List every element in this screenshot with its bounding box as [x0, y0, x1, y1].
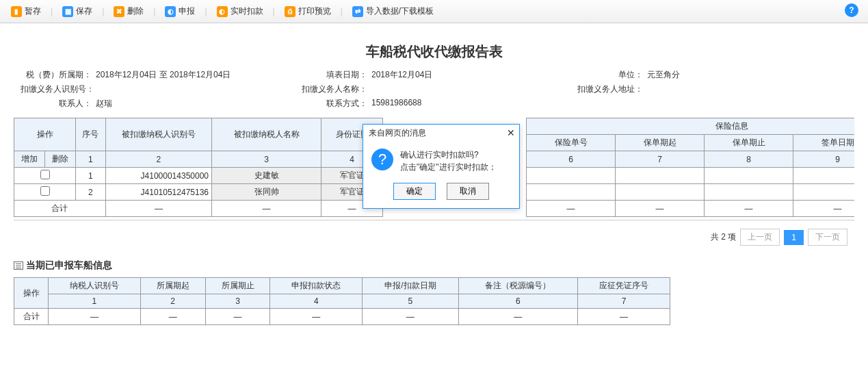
cell[interactable]	[616, 184, 705, 201]
col2-period-end: 所属期止	[205, 278, 270, 294]
sum-label: 合计	[14, 309, 49, 325]
col2-taxpayer-id: 纳税人识别号	[49, 278, 141, 294]
period-value: 2018年12月04日 至 2018年12月04日	[96, 69, 231, 81]
colnum: 4	[270, 294, 363, 309]
cell-taxpayer-id[interactable]: J41000014350000	[105, 168, 211, 184]
colnum: 1	[49, 294, 141, 309]
print-icon: ⎙	[285, 6, 295, 17]
sum-cell: —	[578, 309, 670, 325]
cell[interactable]	[793, 168, 855, 184]
sum-cell: —	[458, 309, 578, 325]
declare-icon: ◐	[165, 6, 176, 17]
colnum: 1	[76, 151, 106, 168]
col2-voucher: 应征凭证序号	[578, 278, 670, 294]
help-icon[interactable]: ?	[845, 3, 858, 17]
cell[interactable]	[705, 184, 793, 201]
save-draft-button[interactable]: ▮暂存	[7, 4, 45, 18]
delete-button[interactable]: ✖删除	[109, 4, 148, 18]
col2-remark: 备注（税源编号）	[458, 278, 578, 294]
deduct-button[interactable]: ◐实时扣款	[213, 4, 267, 18]
ok-button[interactable]: 确定	[393, 183, 436, 200]
sum-cell: —	[527, 201, 616, 217]
cell-seq: 1	[76, 168, 106, 184]
dialog-line1: 确认进行实时扣款吗?	[400, 149, 497, 161]
contact-way-label: 联系方式：	[296, 98, 371, 110]
colnum: 6	[527, 151, 616, 168]
col-policy-start: 保单期起	[616, 135, 705, 151]
next-page-button[interactable]: 下一页	[808, 229, 847, 246]
col2-op: 操作	[14, 278, 49, 309]
page-title: 车船税代收代缴报告表	[14, 30, 854, 68]
col-taxpayer-name: 被扣缴纳税人名称	[212, 118, 321, 151]
sum-cell: —	[212, 201, 321, 217]
colnum: 2	[105, 151, 211, 168]
cell[interactable]	[527, 184, 616, 201]
toolbar: ▮暂存 | ▦保存 | ✖删除 | ◐申报 | ◐实时扣款 | ⎙打印预览 | …	[0, 0, 868, 23]
dialog-title: 来自网页的消息	[363, 125, 519, 142]
close-icon[interactable]: ✕	[507, 127, 515, 138]
row-checkbox[interactable]	[40, 170, 50, 179]
sum-cell: —	[49, 309, 141, 325]
col-op: 操作	[14, 118, 76, 151]
import-button[interactable]: ⇄导入数据/下载模板	[348, 4, 438, 18]
unit-label: 单位：	[572, 69, 647, 81]
cell-taxpayer-id[interactable]: J41010512475136	[105, 184, 211, 201]
declared-grid: 操作 纳税人识别号 所属期起 所属期止 申报扣款状态 申报/扣款日期 备注（税源…	[14, 277, 670, 325]
col-seq: 序号	[76, 118, 106, 151]
colnum: 6	[458, 294, 578, 309]
col-sign-date: 签单日期	[793, 135, 855, 151]
import-icon: ⇄	[352, 6, 363, 17]
cancel-button[interactable]: 取消	[447, 183, 489, 200]
list-icon	[14, 261, 23, 270]
prev-page-button[interactable]: 上一页	[740, 229, 780, 246]
colnum: 2	[140, 294, 205, 309]
withholder-id-label: 扣缴义务人识别号：	[21, 84, 98, 95]
filldate-label: 填表日期：	[296, 69, 371, 81]
contact-way-value: 15981986688	[371, 98, 421, 110]
colnum: 5	[363, 294, 458, 309]
unit-value: 元至角分	[647, 69, 680, 81]
sum-cell: —	[616, 201, 705, 217]
col-insurance-group: 保险信息	[527, 118, 855, 135]
colnum: 3	[205, 294, 270, 309]
filldate-value: 2018年12月04日	[371, 69, 432, 81]
declare-button[interactable]: ◐申报	[161, 4, 199, 18]
dialog-line2: 点击"确定"进行实时扣款；	[400, 161, 497, 173]
sum-row: 合计 — — — — — — —	[14, 309, 670, 325]
sum-cell: —	[140, 309, 205, 325]
col-policy-no: 保险单号	[527, 135, 616, 151]
cell[interactable]	[616, 168, 705, 184]
col-taxpayer-id: 被扣缴纳税人识别号	[105, 118, 211, 151]
row-checkbox[interactable]	[40, 186, 50, 196]
question-icon: ?	[371, 149, 393, 170]
sum-label: 合计	[14, 201, 106, 217]
period-label: 税（费）所属期：	[21, 69, 96, 81]
cell-taxpayer-name[interactable]: 史建敏	[212, 168, 321, 184]
del-button[interactable]: 删除	[45, 151, 76, 168]
save-icon: ▦	[62, 6, 73, 17]
confirm-dialog: 来自网页的消息 ✕ ? 确认进行实时扣款吗? 点击"确定"进行实时扣款； 确定 …	[363, 124, 520, 209]
col-policy-end: 保单期止	[705, 135, 793, 151]
cell-taxpayer-name[interactable]: 张同帅	[212, 184, 321, 201]
sum-cell: —	[205, 309, 270, 325]
deduct-icon: ◐	[217, 6, 228, 17]
contact-value: 赵瑞	[96, 98, 112, 110]
colnum: 7	[578, 294, 670, 309]
contact-label: 联系人：	[21, 98, 96, 110]
withholder-name-label: 扣缴义务人名称：	[296, 84, 371, 95]
save-button[interactable]: ▦保存	[58, 4, 96, 18]
cell-seq: 2	[76, 184, 106, 201]
add-button[interactable]: 增加	[14, 151, 45, 168]
cell[interactable]	[705, 168, 793, 184]
print-button[interactable]: ⎙打印预览	[280, 4, 335, 18]
cell[interactable]	[793, 184, 855, 201]
page-number[interactable]: 1	[784, 230, 804, 245]
colnum: 9	[793, 151, 855, 168]
col2-date: 申报/扣款日期	[363, 278, 458, 294]
sum-cell: —	[793, 201, 855, 217]
sub-title: 当期已申报车船信息	[14, 254, 854, 277]
cell[interactable]	[527, 168, 616, 184]
sum-cell: —	[270, 309, 363, 325]
sum-cell: —	[363, 309, 458, 325]
withholder-addr-label: 扣缴义务人地址：	[572, 84, 647, 95]
